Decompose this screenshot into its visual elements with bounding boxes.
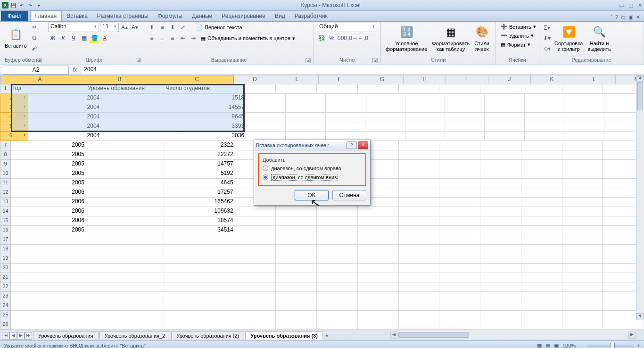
sheet-tab-3[interactable]: Урочвень образования (3) [245, 331, 323, 340]
cell[interactable] [235, 282, 276, 292]
cell[interactable] [439, 273, 480, 282]
cell[interactable] [480, 245, 521, 254]
cell[interactable] [562, 301, 603, 311]
cut-icon[interactable]: ✂ [30, 23, 39, 32]
sheet-last-icon[interactable]: ⏭ [25, 332, 32, 340]
autosum-icon[interactable]: Σ▾ [542, 23, 552, 33]
cell[interactable] [276, 245, 317, 254]
row-header[interactable]: 25 [0, 311, 11, 320]
cell[interactable] [317, 311, 358, 320]
cell[interactable] [86, 160, 165, 169]
cell[interactable] [286, 94, 325, 103]
cell[interactable] [246, 94, 286, 103]
cell[interactable] [439, 254, 480, 264]
cell[interactable] [405, 113, 445, 122]
orientation-icon[interactable]: ⤢ [178, 23, 188, 32]
cell[interactable] [164, 264, 235, 273]
cell[interactable] [480, 264, 521, 273]
cell-styles-button[interactable]: 🎨Стили ячеек [472, 24, 491, 53]
cell[interactable] [399, 292, 440, 301]
row-header[interactable]: 14 [0, 207, 11, 216]
cell[interactable] [399, 264, 440, 273]
cell[interactable] [164, 254, 235, 264]
cell[interactable] [399, 188, 440, 198]
cell[interactable] [317, 264, 358, 273]
cell[interactable] [11, 311, 86, 320]
cell[interactable] [480, 320, 521, 330]
underline-icon[interactable]: Ч [69, 33, 78, 43]
row-header[interactable]: 1 [0, 84, 11, 94]
cell[interactable] [562, 207, 603, 216]
undo-icon[interactable]: ↶ [18, 1, 25, 9]
cell[interactable] [246, 113, 286, 122]
cell[interactable]: 38574 [164, 216, 235, 226]
cell[interactable] [562, 150, 603, 160]
font-size-select[interactable]: 11 [100, 23, 119, 32]
minimize-icon[interactable]: ▭ [619, 2, 624, 8]
cell[interactable] [235, 245, 276, 254]
format-table-button[interactable]: ▦Форматировать как таблицу [430, 24, 471, 53]
cell[interactable] [11, 273, 86, 282]
cell[interactable]: 2005 [11, 141, 86, 150]
align-center-icon[interactable]: ≣ [157, 33, 167, 43]
cell[interactable] [246, 122, 286, 132]
cell[interactable] [562, 226, 603, 235]
cell[interactable] [86, 188, 165, 198]
tab-layout[interactable]: Разметка страницы [92, 11, 153, 21]
cell[interactable] [86, 198, 165, 207]
split-handle[interactable] [636, 75, 644, 77]
sheet-tab-2[interactable]: Урочвень образования (2) [171, 331, 244, 340]
wrap-text-button[interactable]: 📄Перенос текста [194, 24, 244, 32]
cell[interactable] [86, 254, 165, 264]
cell[interactable]: 14757 [164, 160, 235, 169]
cell[interactable] [399, 179, 440, 188]
cell[interactable] [164, 273, 235, 282]
cell[interactable] [521, 320, 562, 330]
border-icon[interactable]: ▦ [79, 33, 89, 43]
cell[interactable] [86, 141, 165, 150]
cell[interactable] [358, 273, 399, 282]
cell[interactable] [86, 282, 165, 292]
cell[interactable] [164, 292, 235, 301]
number-format-select[interactable]: Общий [317, 23, 377, 32]
cell[interactable] [399, 160, 440, 169]
cell[interactable] [439, 320, 480, 330]
cell[interactable] [525, 113, 564, 122]
cell[interactable] [480, 207, 521, 216]
paste-button[interactable]: 📋 Вставить [3, 26, 29, 50]
cell[interactable] [485, 94, 524, 103]
cell[interactable] [439, 245, 480, 254]
row-header[interactable]: 12 [0, 188, 11, 198]
tab-view[interactable]: Вид [270, 11, 290, 21]
cell[interactable] [480, 179, 521, 188]
cell[interactable]: 2006 [11, 226, 86, 235]
cell[interactable]: 2006 [11, 216, 86, 226]
cell[interactable] [101, 132, 177, 141]
cell[interactable] [235, 84, 276, 94]
cell[interactable] [326, 122, 365, 132]
zoom-out-icon[interactable]: − [579, 343, 582, 348]
cell[interactable] [480, 160, 521, 169]
cell[interactable] [365, 132, 405, 141]
dialog-close-icon[interactable]: ✕ [358, 141, 368, 149]
cell[interactable] [317, 273, 358, 282]
row-header[interactable]: 22 [0, 282, 11, 292]
cell[interactable] [485, 113, 524, 122]
cell[interactable] [521, 282, 562, 292]
cell[interactable] [562, 254, 603, 264]
cell[interactable] [399, 282, 440, 292]
cell[interactable]: 2004 [28, 94, 101, 103]
cell[interactable] [439, 235, 480, 245]
cell[interactable] [235, 264, 276, 273]
cell[interactable] [326, 94, 365, 103]
scroll-right-icon[interactable]: ▶ [628, 331, 636, 339]
vertical-scrollbar[interactable]: ▲ ▼ [636, 75, 644, 320]
cell[interactable] [317, 235, 358, 245]
cell[interactable] [326, 103, 365, 113]
zoom-level[interactable]: 100% [562, 343, 576, 348]
cell[interactable] [439, 282, 480, 292]
cell[interactable]: 9645 [177, 113, 246, 122]
cell[interactable] [521, 179, 562, 188]
cell[interactable] [286, 122, 325, 132]
cell[interactable] [521, 273, 562, 282]
